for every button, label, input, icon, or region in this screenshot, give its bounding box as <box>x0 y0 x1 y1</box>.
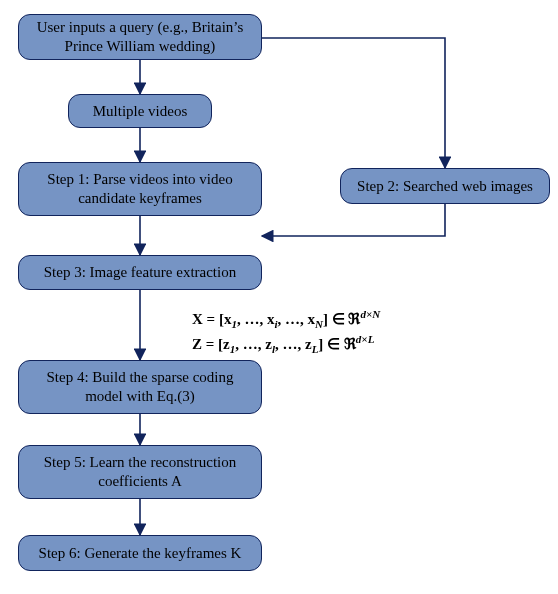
node-label: Step 2: Searched web images <box>357 177 533 196</box>
node-label: Step 3: Image feature extraction <box>44 263 236 282</box>
node-label: Multiple videos <box>93 102 188 121</box>
node-step1: Step 1: Parse videos into video candidat… <box>18 162 262 216</box>
node-videos: Multiple videos <box>68 94 212 128</box>
node-label: Step 5: Learn the reconstruction coeffic… <box>29 453 251 491</box>
node-label: Step 4: Build the sparse coding model wi… <box>29 368 251 406</box>
node-step4: Step 4: Build the sparse coding model wi… <box>18 360 262 414</box>
node-step5: Step 5: Learn the reconstruction coeffic… <box>18 445 262 499</box>
node-label: Step 1: Parse videos into video candidat… <box>29 170 251 208</box>
node-label: User inputs a query (e.g., Britain’s Pri… <box>29 18 251 56</box>
node-label: Step 6: Generate the keyframes K <box>39 544 242 563</box>
node-step2: Step 2: Searched web images <box>340 168 550 204</box>
eqn2: Z = [z1, …, zl, …, zL] ∈ ℜd×L <box>192 336 374 352</box>
node-input: User inputs a query (e.g., Britain’s Pri… <box>18 14 262 60</box>
node-step3: Step 3: Image feature extraction <box>18 255 262 290</box>
flow-edges <box>0 0 558 594</box>
eqn1: X = [x1, …, xi, …, xN] ∈ ℜd×N <box>192 311 380 327</box>
equation-block: X = [x1, …, xi, …, xN] ∈ ℜd×N Z = [z1, …… <box>192 307 380 357</box>
node-step6: Step 6: Generate the keyframes K <box>18 535 262 571</box>
